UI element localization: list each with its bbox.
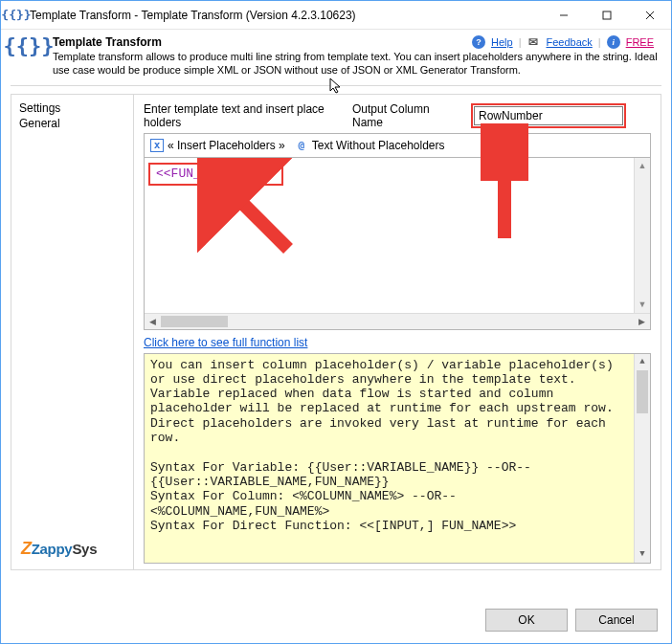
output-column-label: Output Column Name (352, 102, 463, 129)
template-editor-group: x « Insert Placeholders » @ Text Without… (144, 133, 651, 330)
editor-vertical-scrollbar[interactable]: ▲ ▼ (634, 158, 650, 313)
feedback-link[interactable]: Feedback (546, 36, 592, 48)
svg-rect-1 (603, 11, 611, 19)
titlebar: {{}} Template Transform - Template Trans… (1, 1, 671, 30)
help-icon: ? (472, 35, 485, 49)
close-button[interactable] (628, 1, 671, 29)
at-icon: @ (295, 139, 308, 152)
help-textarea: You can insert column placeholder(s) / v… (144, 353, 651, 564)
help-vertical-scrollbar[interactable]: ▲ ▼ (634, 354, 650, 563)
sidebar-item-settings[interactable]: Settings (19, 100, 125, 116)
text-without-placeholders-button[interactable]: @ Text Without Placeholders (293, 138, 447, 153)
template-canvas[interactable]: <<FUN_SEQUENCE>> (145, 158, 634, 313)
body-panel: Settings General ZZappySys Enter templat… (11, 94, 661, 570)
header-panel: {{}} Template Transform Template transfo… (1, 30, 671, 85)
enter-template-label: Enter template text and insert place hol… (144, 102, 345, 129)
minimize-button[interactable] (542, 1, 585, 29)
fun-sequence-token: <<FUN_SEQUENCE>> (148, 163, 283, 186)
header-links: ? Help | ✉ Feedback | i FREE (472, 35, 654, 49)
window-controls (542, 1, 671, 29)
sidebar-item-general[interactable]: General (19, 116, 125, 131)
ok-button[interactable]: OK (485, 609, 568, 632)
scroll-up-icon: ▲ (635, 158, 650, 174)
output-column-highlight (471, 103, 626, 128)
help-scroll-up-icon: ▲ (635, 354, 650, 370)
help-scroll-down-icon: ▼ (635, 546, 650, 563)
scroll-left-icon: ◀ (145, 317, 161, 326)
help-text[interactable]: You can insert column placeholder(s) / v… (145, 354, 634, 563)
separator (11, 85, 661, 86)
mail-icon: ✉ (526, 35, 540, 49)
insert-icon: x (150, 139, 164, 152)
info-icon: i (607, 35, 620, 49)
h-scroll-thumb[interactable] (161, 316, 228, 327)
scroll-right-icon: ▶ (634, 317, 650, 326)
template-toolbar: x « Insert Placeholders » @ Text Without… (145, 134, 650, 158)
transform-icon: {{}} (14, 35, 43, 64)
full-function-list-link[interactable]: Click here to see full function list (144, 336, 307, 349)
app-icon: {{}} (9, 8, 24, 23)
zappysys-logo: ZZappySys (21, 538, 97, 560)
function-list-link-row: Click here to see full function list (144, 330, 651, 353)
label-row: Enter template text and insert place hol… (144, 100, 651, 133)
template-body: <<FUN_SEQUENCE>> ▲ ▼ (145, 158, 650, 313)
footer-buttons: OK Cancel (485, 609, 658, 632)
cancel-button[interactable]: Cancel (575, 609, 658, 632)
window-title: Template Transform - Template Transform … (30, 9, 356, 22)
output-column-input[interactable] (474, 106, 623, 125)
maximize-button[interactable] (585, 1, 628, 29)
free-link[interactable]: FREE (626, 36, 654, 48)
help-link[interactable]: Help (491, 36, 513, 48)
main-panel: Enter template text and insert place hol… (134, 95, 661, 569)
help-scroll-thumb[interactable] (637, 370, 648, 413)
editor-horizontal-scrollbar[interactable]: ◀ ▶ (145, 313, 650, 329)
sidebar: Settings General ZZappySys (11, 95, 134, 569)
scroll-down-icon: ▼ (635, 297, 650, 313)
insert-placeholders-button[interactable]: x « Insert Placeholders » (148, 138, 287, 153)
header-description: Template transform allows to produce mul… (53, 51, 661, 78)
